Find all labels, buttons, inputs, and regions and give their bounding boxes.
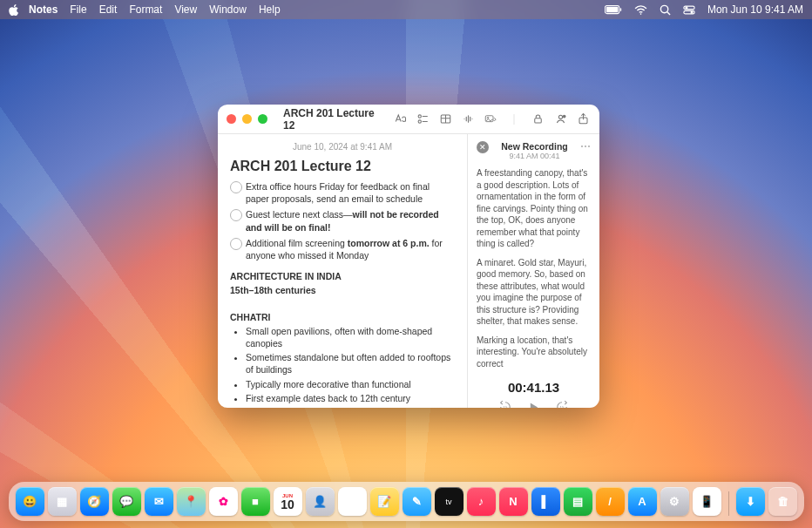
dock-app-photos[interactable]: ✿ — [209, 487, 238, 516]
control-center-icon[interactable] — [683, 5, 695, 15]
checklist-item[interactable]: Additional film screening tomorrow at 6 … — [230, 237, 455, 261]
menu-window[interactable]: Window — [209, 3, 247, 16]
dock-app-safari[interactable]: 🧭 — [80, 487, 109, 516]
svg-rect-14 — [534, 118, 541, 123]
dock-app-calendar[interactable]: JUN10 — [274, 487, 302, 516]
section-heading: CHHATRI — [230, 311, 455, 323]
collaborate-button[interactable] — [552, 112, 568, 127]
more-button[interactable]: ⋯ — [580, 141, 591, 152]
bullet-list: Small open pavilions, often with dome-sh… — [230, 325, 455, 408]
menu-edit[interactable]: Edit — [99, 3, 118, 16]
section-subheading: 15th–18th centuries — [230, 284, 455, 296]
close-panel-button[interactable]: ✕ — [477, 141, 489, 153]
dock-app-mail[interactable]: ✉︎ — [145, 487, 173, 516]
dock-app-music[interactable]: ♪ — [467, 487, 496, 516]
bullet-item: First example dates back to 12th century — [246, 392, 455, 404]
title-bar: ARCH 201 Lecture 12 ｜ — [218, 105, 599, 134]
svg-point-7 — [686, 6, 687, 8]
dock-app-launchpad[interactable]: ▦ — [48, 487, 77, 516]
svg-point-8 — [691, 11, 693, 13]
window-minimize-button[interactable] — [242, 114, 252, 124]
dock-app-trash[interactable]: 🗑 — [768, 487, 797, 516]
notes-window: ARCH 201 Lecture 12 ｜ June 10, 2024 at 9… — [218, 105, 599, 408]
table-button[interactable] — [437, 112, 453, 127]
dock-app-finder[interactable]: 😀 — [16, 487, 44, 516]
transcript-paragraph: A minaret. Gold star, Mayuri, good memor… — [477, 257, 591, 328]
svg-point-13 — [487, 117, 489, 118]
checklist-button[interactable] — [415, 112, 430, 127]
audio-player: 00:41.13 15 15 “” Done — [468, 380, 599, 408]
bullet-item: Sometimes standalone but often added to … — [246, 351, 455, 376]
dock-app-tv[interactable]: tv — [435, 487, 464, 516]
spotlight-icon[interactable] — [660, 4, 671, 16]
dock-app-maps[interactable]: 📍 — [177, 487, 206, 516]
format-button[interactable] — [392, 112, 408, 127]
window-title: ARCH 201 Lecture 12 — [283, 107, 378, 132]
skip-back-button[interactable]: 15 — [498, 400, 512, 408]
bullet-item: Small open pavilions, often with dome-sh… — [246, 325, 455, 349]
transcript-panel: ✕ New Recording 9:41 AM 00:41 ⋯ A freest… — [467, 134, 599, 408]
audio-button[interactable] — [460, 112, 476, 127]
lock-button[interactable] — [530, 112, 545, 127]
dock-app-contacts[interactable]: 👤 — [306, 487, 335, 516]
traffic-lights — [227, 114, 267, 124]
svg-text:15: 15 — [559, 405, 564, 408]
dock-app-reminders[interactable]: ☰ — [338, 487, 367, 516]
svg-point-15 — [558, 115, 562, 118]
transcript-paragraph: Marking a location, that's interesting. … — [477, 335, 591, 370]
svg-point-9 — [418, 115, 421, 118]
dock-app-messages[interactable]: 💬 — [112, 487, 141, 516]
clock[interactable]: Mon Jun 10 9:41 AM — [707, 3, 803, 16]
note-heading: ARCH 201 Lecture 12 — [230, 157, 455, 176]
svg-point-4 — [660, 5, 667, 12]
battery-icon[interactable] — [605, 5, 622, 15]
panel-subtitle: 9:41 AM 00:41 — [494, 152, 575, 160]
dock-app-appstore[interactable]: A — [628, 487, 657, 516]
play-button[interactable] — [528, 402, 539, 409]
menu-view[interactable]: View — [174, 3, 197, 16]
window-zoom-button[interactable] — [258, 114, 267, 124]
checklist: Extra office hours Friday for feedback o… — [230, 180, 455, 261]
transcript-text: A freestanding canopy, that's a good des… — [468, 164, 599, 380]
menu-format[interactable]: Format — [129, 3, 162, 16]
panel-title: New Recording — [494, 141, 575, 152]
dock-app-pages[interactable]: / — [596, 487, 625, 516]
media-button[interactable] — [483, 112, 498, 127]
svg-point-3 — [640, 13, 642, 15]
svg-point-10 — [418, 120, 421, 123]
menu-help[interactable]: Help — [259, 3, 281, 16]
bullet-item: Wide variation in materials used; orname… — [246, 406, 455, 408]
dock-app-notes[interactable]: 📝 — [370, 487, 399, 516]
dock-app-news[interactable]: N — [499, 487, 528, 516]
note-timestamp: June 10, 2024 at 9:41 AM — [230, 141, 455, 153]
note-body[interactable]: June 10, 2024 at 9:41 AM ARCH 201 Lectur… — [218, 134, 467, 408]
time-display: 00:41.13 — [508, 380, 559, 395]
checklist-item[interactable]: Extra office hours Friday for feedback o… — [230, 180, 455, 205]
skip-forward-button[interactable]: 15 — [555, 400, 569, 408]
dock-app-keynote[interactable]: ▌ — [531, 487, 560, 516]
dock-divider — [728, 491, 729, 516]
dock-wrap: 😀▦🧭💬✉︎📍✿■JUN10👤☰📝✎tv♪N▌▤/A⚙︎📱⬇︎🗑 — [0, 482, 812, 521]
svg-rect-2 — [620, 8, 621, 11]
checklist-item[interactable]: Guest lecture next class—will not be rec… — [230, 208, 455, 233]
separator: ｜ — [509, 112, 519, 126]
dock-app-iphone[interactable]: 📱 — [693, 487, 721, 516]
menu-bar: Notes File Edit Format View Window Help … — [0, 0, 812, 19]
apple-menu[interactable] — [9, 4, 20, 16]
wifi-icon[interactable] — [634, 5, 647, 15]
dock-app-downloads[interactable]: ⬇︎ — [736, 487, 765, 516]
menu-file[interactable]: File — [70, 3, 86, 16]
bullet-item: Typically more decorative than functiona… — [246, 378, 455, 390]
dock-app-facetime[interactable]: ■ — [241, 487, 270, 516]
svg-rect-1 — [606, 6, 619, 11]
window-close-button[interactable] — [227, 114, 236, 124]
app-menu[interactable]: Notes — [29, 3, 58, 16]
dock: 😀▦🧭💬✉︎📍✿■JUN10👤☰📝✎tv♪N▌▤/A⚙︎📱⬇︎🗑 — [9, 482, 804, 521]
dock-app-numbers[interactable]: ▤ — [564, 487, 592, 516]
share-button[interactable] — [575, 112, 591, 127]
dock-app-settings[interactable]: ⚙︎ — [660, 487, 689, 516]
dock-app-freeform[interactable]: ✎ — [403, 487, 431, 516]
svg-text:15: 15 — [503, 405, 507, 408]
transcript-paragraph: A freestanding canopy, that's a good des… — [477, 167, 591, 250]
section-heading: ARCHITECTURE IN INDIA — [230, 270, 455, 282]
